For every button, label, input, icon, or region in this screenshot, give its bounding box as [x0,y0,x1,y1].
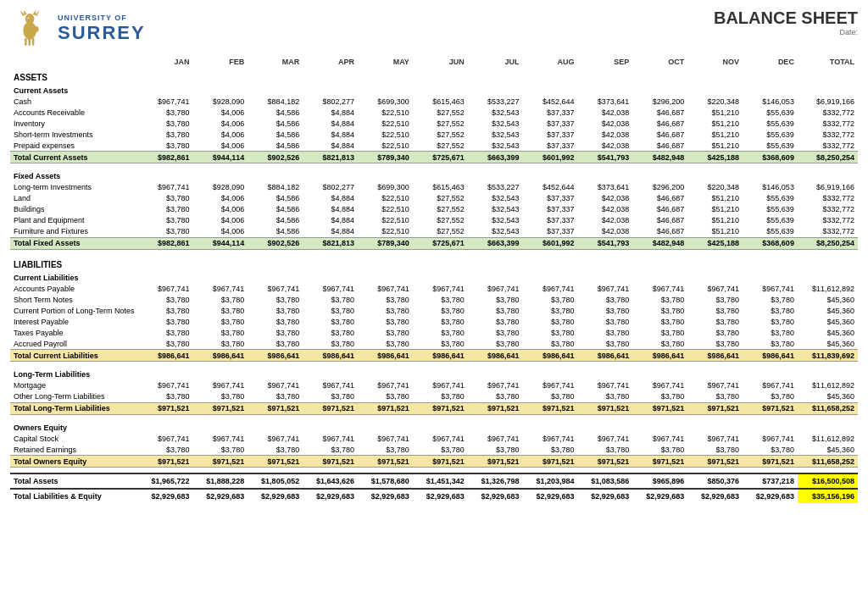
row-label: Capital Stock [10,433,138,444]
row-label: Short Term Notes [10,294,138,305]
row-value: $42,038 [577,118,632,129]
row-label: Inventory [10,118,138,129]
row-value: $971,521 [743,402,798,414]
row-value: $3,780 [577,338,632,350]
row-value: $967,741 [743,433,798,444]
row-value: $55,639 [743,118,798,129]
row-value: $32,543 [468,215,523,226]
row-value: $3,780 [743,338,798,350]
row-value: $3,780 [632,316,687,327]
row-value: $967,741 [687,433,743,444]
row-value: $699,300 [358,182,413,193]
row-value: $699,300 [358,96,413,107]
row-value: $46,687 [632,118,687,129]
row-value: $332,772 [798,140,858,152]
row-value: $967,741 [192,283,248,294]
row-value: $55,639 [743,215,798,226]
subsection-header-label: Current Liabilities [10,270,858,284]
row-value: $368,609 [743,152,798,163]
row-value: $971,521 [192,402,248,414]
table-row: Interest Payable$3,780$3,780$3,780$3,780… [10,316,858,327]
row-value: $45,360 [798,391,858,403]
row-value: $986,641 [743,350,798,362]
row-value: $22,510 [358,226,413,238]
row-value: $3,780 [138,327,193,338]
page-title: BALANCE SHEET [714,8,858,28]
row-value: $4,006 [192,107,248,118]
row-value: $220,348 [687,182,743,193]
row-label: Total Current Assets [10,152,138,163]
balance-sheet-table: JAN FEB MAR APR MAY JUN JUL AUG SEP OCT … [10,56,858,503]
row-value: $3,780 [523,391,578,403]
row-value: $3,780 [523,305,578,316]
row-value: $971,521 [687,456,743,468]
row-value: $3,780 [358,391,413,403]
row-value: $3,780 [303,444,358,456]
row-value: $967,741 [687,380,743,391]
title-area: BALANCE SHEET Date: [714,8,858,36]
row-value: $967,741 [577,283,632,294]
row-value: $3,780 [303,294,358,305]
row-value: $3,780 [138,316,193,327]
row-label: Accounts Payable [10,283,138,294]
row-value: $967,741 [138,433,193,444]
row-value: $55,639 [743,226,798,238]
row-value: $51,210 [687,140,743,152]
row-value: $971,521 [358,456,413,468]
row-value: $986,641 [303,350,358,362]
row-value: $967,741 [303,283,358,294]
row-value: $3,780 [138,391,193,403]
row-value: $3,780 [303,327,358,338]
row-value: $2,929,683 [303,489,358,503]
row-value: $967,741 [523,380,578,391]
row-label: Interest Payable [10,316,138,327]
row-value: $3,780 [192,444,248,456]
row-value: $6,919,166 [798,182,858,193]
row-value: $332,772 [798,193,858,204]
svg-point-8 [28,20,32,23]
row-value: $967,741 [468,380,523,391]
row-value: $220,348 [687,96,743,107]
row-value: $971,521 [192,456,248,468]
row-value: $3,780 [413,316,468,327]
row-value: $1,203,984 [523,473,578,489]
row-label: Total Fixed Assets [10,237,138,249]
row-value: $2,929,683 [523,489,578,503]
table-row: Capital Stock$967,741$967,741$967,741$96… [10,433,858,444]
row-value: $45,360 [798,444,858,456]
row-label: Buildings [10,204,138,215]
row-value: $3,780 [192,327,248,338]
col-apr: APR [303,56,358,68]
row-value: $1,578,680 [358,473,413,489]
row-value: $967,741 [687,283,743,294]
row-value: $601,992 [523,237,578,249]
section-header-label: LIABILITIES [10,255,858,270]
row-value: $3,780 [632,294,687,305]
row-value: $3,780 [358,305,413,316]
row-value: $986,641 [248,350,303,362]
row-value: $16,500,508 [798,473,858,489]
row-value: $3,780 [248,305,303,316]
row-value: $27,552 [413,226,468,238]
row-value: $2,929,683 [138,489,193,503]
row-value: $22,510 [358,118,413,129]
subsection-header-label: Fixed Assets [10,169,858,182]
row-value: $533,227 [468,182,523,193]
table-row: Land$3,780$4,006$4,586$4,884$22,510$27,5… [10,193,858,204]
row-value: $967,741 [523,433,578,444]
table-row: Total Owners Equity$971,521$971,521$971,… [10,456,858,468]
table-row: Accounts Receivable$3,780$4,006$4,586$4,… [10,107,858,118]
subsection-header: Current Liabilities [10,270,858,284]
table-row: Short-term Investments$3,780$4,006$4,586… [10,129,858,140]
row-value: $789,340 [358,237,413,249]
row-value: $3,780 [138,294,193,305]
row-value: $2,929,683 [687,489,743,503]
table-row: Total Assets$1,965,722$1,888,228$1,805,0… [10,473,858,489]
row-value: $332,772 [798,226,858,238]
row-value: $3,780 [687,338,743,350]
row-value: $971,521 [358,402,413,414]
row-value: $982,861 [138,152,193,163]
row-value: $971,521 [523,456,578,468]
row-label: Long-term Investments [10,182,138,193]
row-value: $46,687 [632,215,687,226]
